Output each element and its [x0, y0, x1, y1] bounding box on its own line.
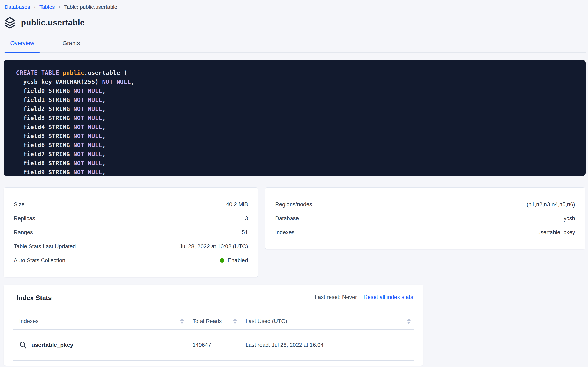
- sql-line: field4 STRING NOT NULL,: [16, 123, 579, 132]
- column-header-indexes[interactable]: Indexes: [13, 317, 187, 325]
- stat-row: Auto Stats CollectionEnabled: [14, 253, 248, 267]
- stat-row: Indexesusertable_pkey: [275, 225, 575, 239]
- breadcrumb-current: Table: public.usertable: [64, 4, 117, 10]
- stat-row: Ranges51: [14, 225, 248, 239]
- create-table-statement[interactable]: CREATE TABLE public.usertable ( ycsb_key…: [4, 60, 586, 176]
- stack-icon: [4, 17, 16, 29]
- stat-value: Jul 28, 2022 at 16:02 (UTC): [180, 243, 248, 250]
- sort-arrows-icon[interactable]: [179, 317, 185, 325]
- stat-row: Table Stats Last UpdatedJul 28, 2022 at …: [14, 239, 248, 253]
- stat-label: Table Stats Last Updated: [14, 243, 76, 250]
- sql-line: field2 STRING NOT NULL,: [16, 104, 579, 113]
- table-stats-card: Size40.2 MiBReplicas3Ranges51Table Stats…: [4, 187, 258, 277]
- chevron-right-icon: ›: [34, 4, 35, 9]
- tab-grants[interactable]: Grants: [57, 40, 85, 52]
- column-header-label: Indexes: [19, 318, 39, 325]
- sql-line: ycsb_key VARCHAR(255) NOT NULL,: [16, 77, 579, 86]
- index-row[interactable]: usertable_pkey149647Last read: Jul 28, 2…: [13, 330, 414, 361]
- sort-arrows-icon[interactable]: [232, 317, 238, 325]
- breadcrumb-link-databases[interactable]: Databases: [5, 4, 30, 10]
- stat-label: Ranges: [14, 229, 33, 236]
- column-header-label: Last Used (UTC): [246, 318, 287, 325]
- index-stats-table: IndexesTotal ReadsLast Used (UTC)usertab…: [13, 313, 414, 361]
- status-dot-icon: [220, 258, 224, 263]
- sql-line: field6 STRING NOT NULL,: [16, 141, 579, 150]
- stat-value: 51: [242, 229, 248, 236]
- sql-line: CREATE TABLE public.usertable (: [16, 68, 579, 77]
- stat-value: Enabled: [220, 257, 248, 264]
- sort-arrows-icon[interactable]: [406, 317, 412, 325]
- stat-label: Regions/nodes: [275, 201, 312, 208]
- table-header-row: IndexesTotal ReadsLast Used (UTC): [13, 313, 414, 330]
- sql-line: field9 STRING NOT NULL,: [16, 168, 579, 176]
- table-details-page: Databases › Tables › Table: public.usert…: [0, 0, 588, 367]
- stat-row: Databaseycsb: [275, 211, 575, 225]
- stat-value: ycsb: [563, 215, 575, 222]
- summary-cards-row: Size40.2 MiBReplicas3Ranges51Table Stats…: [4, 187, 586, 277]
- reset-all-index-stats-link[interactable]: Reset all index stats: [364, 294, 413, 300]
- stat-label: Database: [275, 215, 299, 222]
- stat-value: 40.2 MiB: [226, 201, 248, 208]
- sql-line: field8 STRING NOT NULL,: [16, 159, 579, 168]
- stat-label: Indexes: [275, 229, 295, 236]
- sql-line: field1 STRING NOT NULL,: [16, 95, 579, 104]
- last-reset-label: Last reset: Never: [315, 294, 357, 303]
- stat-label: Auto Stats Collection: [14, 257, 65, 264]
- column-header-total-reads[interactable]: Total Reads: [187, 317, 240, 325]
- search-icon: [19, 341, 27, 349]
- tab-bar: Overview Grants: [4, 40, 586, 53]
- index-name-cell[interactable]: usertable_pkey: [13, 341, 187, 349]
- sql-line: field5 STRING NOT NULL,: [16, 132, 579, 141]
- index-stats-header: Index Stats Last reset: Never Reset all …: [13, 294, 414, 305]
- stat-value: usertable_pkey: [538, 229, 575, 236]
- index-stats-card: Index Stats Last reset: Never Reset all …: [4, 285, 423, 366]
- sql-line: field7 STRING NOT NULL,: [16, 150, 579, 159]
- last-used-cell: Last read: Jul 28, 2022 at 16:04: [240, 342, 414, 348]
- stat-label: Size: [14, 201, 25, 208]
- tab-overview[interactable]: Overview: [5, 40, 40, 52]
- sql-line: field0 STRING NOT NULL,: [16, 86, 579, 95]
- stat-row: Replicas3: [14, 211, 248, 225]
- chevron-right-icon: ›: [58, 4, 60, 9]
- total-reads-cell: 149647: [187, 342, 240, 348]
- stat-value: (n1,n2,n3,n4,n5,n6): [527, 201, 575, 208]
- sql-line: field3 STRING NOT NULL,: [16, 113, 579, 123]
- stat-row: Size40.2 MiB: [14, 198, 248, 211]
- stat-row: Regions/nodes(n1,n2,n3,n4,n5,n6): [275, 198, 575, 211]
- page-header: public.usertable: [4, 16, 586, 29]
- stat-value: 3: [245, 215, 248, 222]
- stat-label: Replicas: [14, 215, 35, 222]
- breadcrumb: Databases › Tables › Table: public.usert…: [4, 3, 586, 11]
- index-stats-controls: Last reset: Never Reset all index stats: [315, 294, 413, 303]
- column-header-last-used[interactable]: Last Used (UTC): [240, 317, 414, 325]
- column-header-label: Total Reads: [192, 318, 222, 325]
- index-name: usertable_pkey: [32, 342, 73, 348]
- page-title: public.usertable: [21, 18, 85, 27]
- breadcrumb-link-tables[interactable]: Tables: [40, 4, 55, 10]
- index-stats-title: Index Stats: [17, 294, 52, 302]
- table-info-card: Regions/nodes(n1,n2,n3,n4,n5,n6)Database…: [265, 187, 585, 250]
